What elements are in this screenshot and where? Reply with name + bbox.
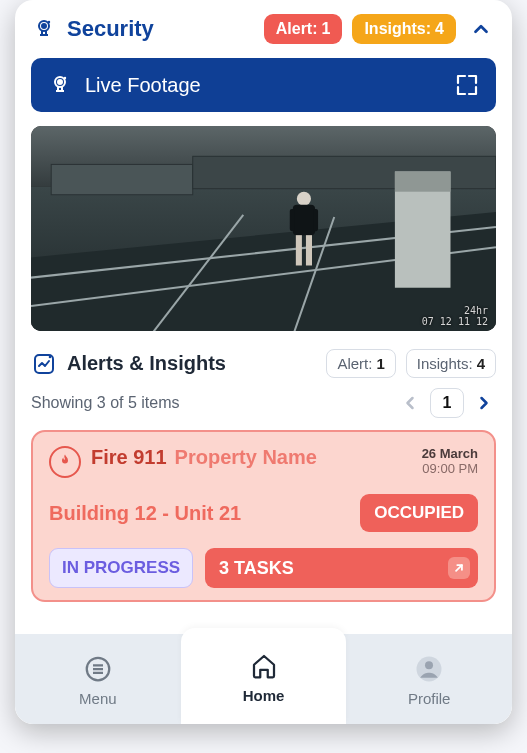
svg-rect-19: [296, 235, 302, 265]
tasks-button[interactable]: 3 TASKS: [205, 548, 478, 588]
pagination-row: Showing 3 of 5 items 1: [31, 388, 496, 418]
menu-icon: [81, 652, 115, 686]
alert-chip-label: Alert:: [337, 355, 372, 372]
alert-datetime: 26 March 09:00 PM: [422, 446, 478, 476]
alert-count-badge[interactable]: Alert: 1: [264, 14, 343, 44]
alert-location: Building 12 - Unit 21: [49, 502, 350, 525]
video-timestamp-mode: 24hr: [422, 305, 488, 316]
video-timestamp: 24hr 07 12 11 12: [422, 305, 488, 327]
current-page[interactable]: 1: [430, 388, 464, 418]
fire-icon: [49, 446, 81, 478]
nav-home-label: Home: [243, 687, 285, 704]
alert-date: 26 March: [422, 446, 478, 461]
live-footage-video[interactable]: 24hr 07 12 11 12: [31, 126, 496, 331]
nav-profile-label: Profile: [408, 690, 451, 707]
nav-menu-label: Menu: [79, 690, 117, 707]
live-footage-header[interactable]: Live Footage: [31, 58, 496, 112]
showing-text: Showing 3 of 5 items: [31, 394, 180, 412]
expand-icon[interactable]: [454, 72, 480, 98]
profile-icon: [412, 652, 446, 686]
svg-rect-18: [293, 205, 315, 235]
alert-badge-label: Alert:: [276, 20, 318, 38]
svg-point-17: [297, 192, 311, 206]
insights-filter-chip[interactable]: Insights: 4: [406, 349, 496, 378]
svg-rect-20: [306, 235, 312, 265]
bottom-nav: Menu Home Profile: [15, 634, 512, 724]
next-page-button[interactable]: [472, 391, 496, 415]
insights-badge-count: 4: [435, 20, 444, 38]
nav-home[interactable]: Home: [181, 628, 347, 724]
svg-point-1: [42, 24, 46, 28]
camera-icon: [31, 16, 57, 42]
alert-time: 09:00 PM: [422, 461, 478, 476]
collapse-section-button[interactable]: [466, 14, 496, 44]
svg-point-4: [58, 80, 62, 84]
insights-badge-label: Insights:: [364, 20, 431, 38]
alert-card[interactable]: Fire 911 Property Name 26 March 09:00 PM…: [31, 430, 496, 602]
pager: 1: [398, 388, 496, 418]
insights-count-badge[interactable]: Insights: 4: [352, 14, 456, 44]
svg-point-24: [49, 355, 52, 358]
security-section-header: Security Alert: 1 Insights: 4: [31, 14, 496, 44]
expand-tasks-icon[interactable]: [448, 557, 470, 579]
alert-title: Fire 911: [91, 446, 167, 469]
status-badge: IN PROGRESS: [49, 548, 193, 588]
insights-chip-label: Insights:: [417, 355, 473, 372]
prev-page-button[interactable]: [398, 391, 422, 415]
nav-profile[interactable]: Profile: [346, 634, 512, 724]
svg-point-2: [48, 21, 50, 23]
svg-rect-13: [51, 164, 193, 194]
svg-point-5: [64, 77, 66, 79]
live-footage-title: Live Footage: [85, 74, 201, 97]
chart-icon: [31, 351, 57, 377]
camera-icon: [47, 72, 73, 98]
occupied-badge: OCCUPIED: [360, 494, 478, 532]
svg-rect-22: [313, 209, 318, 231]
alert-filter-chip[interactable]: Alert: 1: [326, 349, 395, 378]
alerts-insights-header: Alerts & Insights Alert: 1 Insights: 4: [31, 349, 496, 378]
home-icon: [247, 649, 281, 683]
alert-property-name: Property Name: [175, 446, 317, 469]
video-timestamp-time: 07 12 11 12: [422, 316, 488, 327]
alert-badge-count: 1: [322, 20, 331, 38]
tasks-label: 3 TASKS: [219, 558, 294, 579]
insights-chip-count: 4: [477, 355, 485, 372]
svg-rect-21: [290, 209, 295, 231]
nav-menu[interactable]: Menu: [15, 634, 181, 724]
svg-rect-16: [395, 171, 451, 191]
svg-point-27: [425, 661, 433, 669]
alerts-insights-title: Alerts & Insights: [67, 352, 226, 375]
alert-chip-count: 1: [376, 355, 384, 372]
section-title: Security: [67, 16, 154, 42]
